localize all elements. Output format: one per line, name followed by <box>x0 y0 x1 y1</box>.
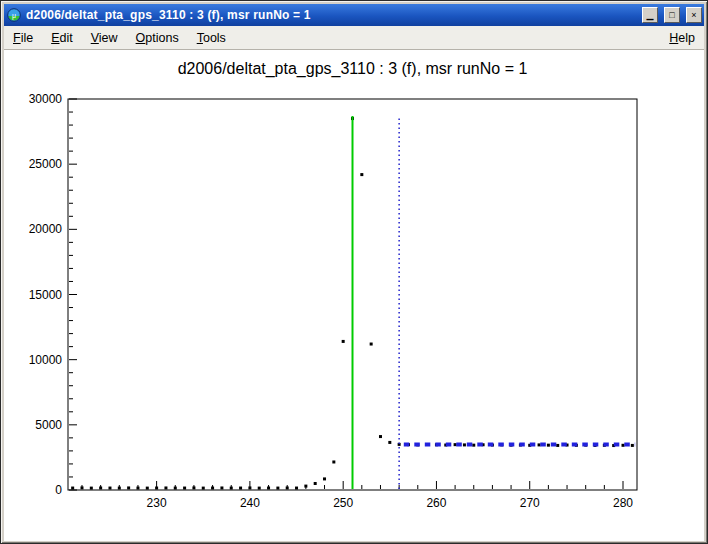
chart-canvas[interactable]: d2006/deltat_pta_gps_3110 : 3 (f), msr r… <box>4 50 704 541</box>
svg-text:250: 250 <box>333 496 353 510</box>
svg-text:5000: 5000 <box>35 418 62 432</box>
close-button[interactable]: × <box>686 7 702 23</box>
svg-text:15000: 15000 <box>29 288 63 302</box>
svg-text:0: 0 <box>55 483 62 497</box>
svg-text:25000: 25000 <box>29 157 63 171</box>
maximize-button[interactable]: □ <box>664 7 680 23</box>
menu-edit[interactable]: Edit <box>42 27 82 49</box>
plot-area[interactable]: d2006/deltat_pta_gps_3110 : 3 (f), msr r… <box>4 50 704 541</box>
app-window: μ d2006/deltat_pta_gps_3110 : 3 (f), msr… <box>0 0 708 544</box>
svg-text:270: 270 <box>520 496 540 510</box>
app-icon[interactable]: μ <box>6 7 22 23</box>
menu-view[interactable]: View <box>82 27 127 49</box>
svg-text:20000: 20000 <box>29 222 63 236</box>
svg-text:280: 280 <box>613 496 633 510</box>
svg-text:30000: 30000 <box>29 92 63 106</box>
title-bar[interactable]: μ d2006/deltat_pta_gps_3110 : 3 (f), msr… <box>4 4 704 26</box>
svg-text:240: 240 <box>240 496 260 510</box>
minimize-button[interactable]: ▁ <box>642 7 658 23</box>
svg-text:10000: 10000 <box>29 353 63 367</box>
menu-help[interactable]: Help <box>660 27 704 49</box>
svg-text:260: 260 <box>426 496 446 510</box>
menu-bar: File Edit View Options Tools Help <box>4 26 704 50</box>
app-logo-icon: μ <box>7 8 21 22</box>
menu-tools[interactable]: Tools <box>188 27 235 49</box>
window-title: d2006/deltat_pta_gps_3110 : 3 (f), msr r… <box>26 8 636 22</box>
menu-options[interactable]: Options <box>127 27 188 49</box>
svg-text:d2006/deltat_pta_gps_3110 : 3: d2006/deltat_pta_gps_3110 : 3 (f), msr r… <box>178 60 528 78</box>
menu-file[interactable]: File <box>4 27 42 49</box>
svg-text:230: 230 <box>147 496 167 510</box>
svg-text:μ: μ <box>12 12 16 20</box>
